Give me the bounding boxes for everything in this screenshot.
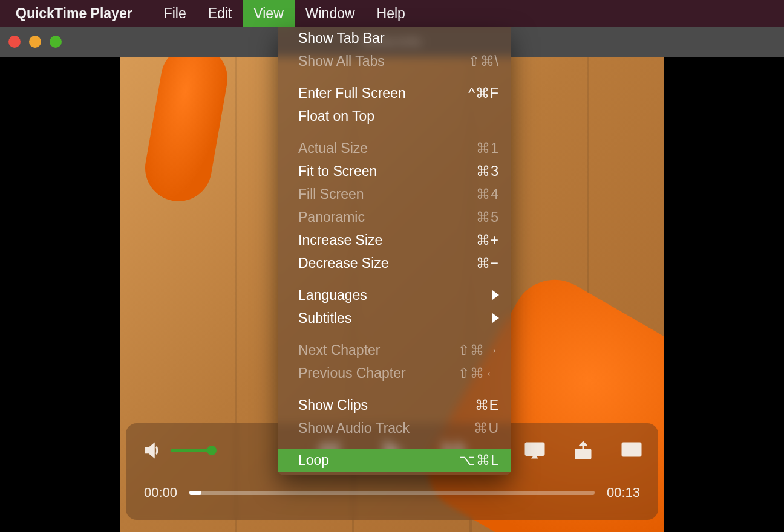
- menu-item-subtitles[interactable]: Subtitles: [278, 307, 511, 329]
- menu-shortcut: ⌘+: [476, 232, 499, 248]
- menu-item-increase-size[interactable]: Increase Size⌘+: [278, 229, 511, 251]
- volume-slider[interactable]: [171, 449, 213, 452]
- menu-separator: [278, 132, 511, 132]
- volume-control[interactable]: [142, 440, 213, 461]
- view-menu-dropdown: Show Tab BarShow All Tabs⇧⌘\Enter Full S…: [278, 27, 511, 475]
- menu-view[interactable]: View: [243, 0, 294, 27]
- app-name: QuickTime Player: [16, 5, 132, 22]
- menu-separator: [278, 334, 511, 334]
- airplay-icon[interactable]: [524, 440, 546, 461]
- menu-shortcut: ⌘3: [476, 163, 499, 180]
- menu-help[interactable]: Help: [366, 0, 416, 27]
- close-window-button[interactable]: [8, 36, 21, 48]
- menu-shortcut: ⇧⌘←: [458, 365, 499, 381]
- menu-item-show-all-tabs: Show All Tabs⇧⌘\: [278, 50, 511, 73]
- zoom-window-button[interactable]: [50, 36, 62, 48]
- menu-item-label: Decrease Size: [298, 255, 476, 271]
- svg-rect-3: [632, 450, 640, 455]
- menu-shortcut: ⌥⌘L: [459, 452, 499, 469]
- menu-shortcut: ⌘1: [476, 140, 499, 157]
- menu-shortcut: ⌘5: [476, 209, 499, 225]
- menu-shortcut: ⌘U: [474, 420, 499, 436]
- menu-shortcut: ⌘4: [476, 186, 499, 203]
- progress-bar[interactable]: [189, 491, 595, 495]
- menu-item-label: Fit to Screen: [298, 163, 476, 180]
- menu-item-label: Loop: [298, 452, 459, 469]
- menubar: QuickTime Player File Edit View Window H…: [0, 0, 784, 27]
- svg-rect-1: [576, 450, 590, 459]
- menu-item-label: Panoramic: [298, 209, 476, 225]
- menu-item-label: Subtitles: [298, 310, 492, 326]
- menu-item-label: Show All Tabs: [298, 53, 468, 70]
- menu-item-panoramic: Panoramic⌘5: [278, 206, 511, 229]
- menu-item-loop[interactable]: Loop⌥⌘L: [278, 449, 511, 472]
- menu-shortcut: ⌘E: [475, 397, 499, 414]
- menu-item-show-audio-track: Show Audio Track⌘U: [278, 417, 511, 440]
- minimize-window-button[interactable]: [29, 36, 41, 48]
- menu-shortcut: ⇧⌘→: [458, 342, 499, 358]
- menu-item-label: Show Audio Track: [298, 420, 474, 436]
- menu-item-previous-chapter: Previous Chapter⇧⌘←: [278, 362, 511, 384]
- menu-item-label: Float on Top: [298, 108, 499, 125]
- menu-item-decrease-size[interactable]: Decrease Size⌘−: [278, 251, 511, 274]
- menu-item-label: Languages: [298, 287, 492, 303]
- menu-item-enter-full-screen[interactable]: Enter Full Screen^⌘F: [278, 82, 511, 105]
- menu-item-label: Increase Size: [298, 232, 476, 248]
- submenu-arrow-icon: [492, 290, 499, 300]
- menu-separator: [278, 279, 511, 279]
- total-time: 00:13: [607, 485, 640, 501]
- volume-icon: [142, 440, 163, 461]
- menu-item-label: Next Chapter: [298, 342, 458, 358]
- menu-item-fit-to-screen[interactable]: Fit to Screen⌘3: [278, 160, 511, 183]
- menu-item-actual-size: Actual Size⌘1: [278, 137, 511, 160]
- menu-shortcut: ⌘−: [476, 255, 499, 271]
- menu-item-languages[interactable]: Languages: [278, 284, 511, 307]
- menu-item-fill-screen: Fill Screen⌘4: [278, 183, 511, 206]
- menu-item-label: Fill Screen: [298, 186, 476, 203]
- menu-edit[interactable]: Edit: [197, 0, 243, 27]
- menu-item-label: Actual Size: [298, 140, 476, 157]
- menu-separator: [278, 444, 511, 444]
- share-icon[interactable]: [572, 440, 594, 461]
- menu-item-next-chapter: Next Chapter⇧⌘→: [278, 339, 511, 362]
- menu-shortcut: ^⌘F: [468, 85, 499, 102]
- submenu-arrow-icon: [492, 313, 499, 323]
- window-controls: [8, 36, 62, 48]
- menu-item-label: Show Clips: [298, 397, 475, 414]
- menu-item-label: Previous Chapter: [298, 365, 458, 381]
- svg-rect-0: [526, 443, 544, 455]
- menu-window[interactable]: Window: [295, 0, 366, 27]
- menu-item-show-clips[interactable]: Show Clips⌘E: [278, 394, 511, 417]
- menu-separator: [278, 77, 511, 77]
- menu-item-show-tab-bar[interactable]: Show Tab Bar: [278, 27, 511, 50]
- menu-item-float-on-top[interactable]: Float on Top: [278, 105, 511, 128]
- menu-item-label: Enter Full Screen: [298, 85, 468, 102]
- menu-item-label: Show Tab Bar: [298, 30, 499, 47]
- pip-icon[interactable]: [621, 440, 642, 461]
- menu-shortcut: ⇧⌘\: [468, 53, 499, 70]
- elapsed-time: 00:00: [144, 485, 177, 501]
- menu-file[interactable]: File: [153, 0, 197, 27]
- menu-separator: [278, 389, 511, 389]
